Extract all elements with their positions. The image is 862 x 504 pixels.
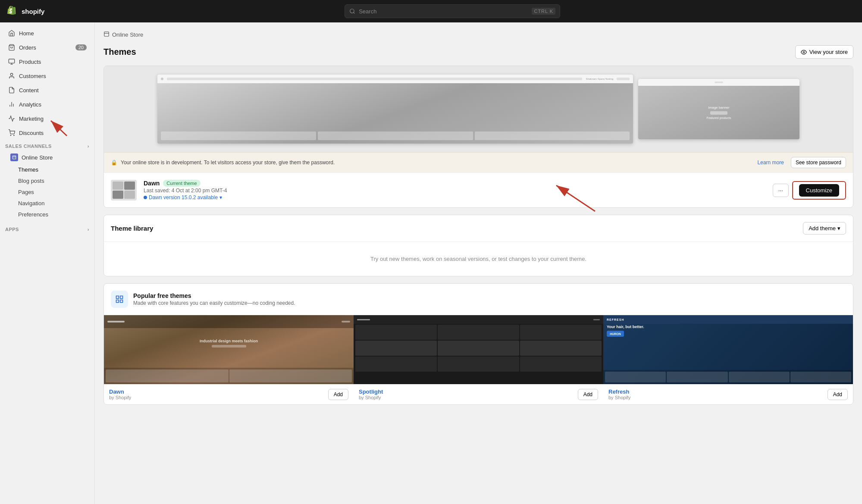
search-icon (349, 8, 355, 14)
sidebar-item-products[interactable]: Products (3, 55, 92, 69)
lock-icon: 🔒 (111, 160, 117, 166)
page-title: Themes (103, 47, 136, 57)
sidebar-sub-navigation[interactable]: Navigation (3, 198, 92, 209)
current-theme-badge: Current theme (163, 180, 200, 187)
add-refresh-button[interactable]: Add (828, 389, 848, 400)
layout: Home Orders 20 Products Customers Cont (0, 22, 862, 504)
theme-card-dawn: Industrial design meets fashion (104, 315, 354, 404)
mobile-preview: Image bannerFeatured products (638, 79, 799, 139)
svg-point-11 (14, 135, 14, 135)
sidebar-item-content[interactable]: Content (3, 83, 92, 97)
sidebar-label-home: Home (19, 30, 34, 37)
mobile-toolbar (638, 79, 799, 86)
analytics-icon (8, 100, 16, 108)
apps-expand-icon[interactable]: › (88, 227, 89, 232)
search-bar[interactable]: CTRL K (345, 4, 560, 18)
sidebar-label-navigation: Navigation (18, 200, 44, 207)
mobile-preview-content: Image bannerFeatured products (638, 86, 799, 139)
theme-name-row: Dawn Current theme (144, 180, 766, 187)
sidebar-label-analytics: Analytics (19, 101, 41, 108)
grid-icon (115, 295, 124, 304)
add-theme-label: Add theme (809, 225, 836, 232)
svg-point-14 (803, 51, 805, 53)
orders-icon (8, 44, 16, 51)
theme-last-saved: Last saved: 4 Oct at 2:00 pm GMT-4 (144, 188, 766, 194)
theme-version-text: Dawn version 15.0.2 available (149, 194, 218, 200)
theme-thumbnail (111, 180, 137, 200)
breadcrumb-icon (103, 31, 110, 38)
theme-card-spotlight: Spotlight by Shopify Add (354, 315, 603, 404)
sidebar-label-discounts: Discounts (19, 130, 44, 136)
refresh-mock: REFRESH Your hair, but better. HURON (603, 315, 853, 384)
view-store-button[interactable]: View your store (795, 45, 853, 59)
sidebar-label-blog-posts: Blog posts (18, 178, 44, 184)
search-shortcut: CTRL K (532, 8, 555, 15)
sidebar-item-analytics[interactable]: Analytics (3, 97, 92, 111)
refresh-theme-by: by Shopify (608, 395, 630, 400)
popular-themes-meta: Popular free themes Made with core featu… (133, 292, 295, 306)
popular-themes-icon (111, 291, 128, 308)
see-store-password-button[interactable]: See store password (791, 157, 846, 168)
popular-themes-subtitle: Made with core features you can easily c… (133, 300, 295, 306)
svg-rect-3 (9, 59, 14, 63)
sidebar-label-preferences: Preferences (18, 211, 48, 218)
content-icon (8, 86, 16, 94)
logo-text: shopify (22, 8, 44, 15)
theme-library-card: Theme library Add theme ▾ Try out new th… (103, 215, 853, 276)
theme-meta: Dawn Current theme Last saved: 4 Oct at … (144, 180, 766, 200)
home-icon (8, 29, 16, 37)
sidebar-item-marketing[interactable]: Marketing (3, 112, 92, 125)
topbar: shopify CTRL K (0, 0, 862, 22)
theme-library-title: Theme library (111, 225, 153, 232)
add-dawn-button[interactable]: Add (328, 389, 348, 400)
svg-rect-16 (120, 296, 123, 299)
theme-library-empty: Try out new themes, work on seasonal ver… (104, 241, 853, 276)
refresh-card-info: Refresh by Shopify (608, 388, 630, 400)
svg-line-1 (354, 13, 355, 14)
theme-actions: ··· Customize (773, 181, 846, 200)
sidebar-item-home[interactable]: Home (3, 26, 92, 40)
add-theme-button[interactable]: Add theme ▾ (803, 222, 846, 235)
refresh-theme-name: Refresh (608, 388, 630, 395)
theme-version[interactable]: Dawn version 15.0.2 available ▾ (144, 194, 766, 200)
search-input[interactable] (359, 8, 528, 15)
svg-rect-17 (120, 300, 123, 303)
desktop-preview: Shabnam Sparq Testing (157, 75, 633, 144)
blue-dot-icon (144, 196, 147, 199)
password-banner: 🔒 Your online store is in development. T… (104, 152, 853, 172)
sales-channels-expand-icon[interactable]: › (88, 144, 89, 149)
online-store-icon (10, 153, 18, 161)
refresh-card-footer: Refresh by Shopify Add (603, 384, 853, 404)
sidebar-item-online-store[interactable]: Online Store (3, 151, 92, 164)
sidebar-label-orders: Orders (19, 44, 36, 51)
sidebar-item-customers[interactable]: Customers (3, 69, 92, 83)
orders-badge: 20 (75, 44, 87, 50)
learn-more-link[interactable]: Learn more (758, 160, 784, 166)
sidebar-label-content: Content (19, 87, 39, 94)
sidebar-item-orders[interactable]: Orders 20 (3, 41, 92, 54)
shopify-logo: shopify (7, 5, 44, 17)
dawn-theme-by: by Shopify (109, 395, 131, 400)
add-spotlight-button[interactable]: Add (578, 389, 598, 400)
popular-themes-header: Popular free themes Made with core featu… (104, 284, 853, 315)
theme-card-refresh: REFRESH Your hair, but better. HURON (603, 315, 853, 404)
page-header: Themes View your store (103, 45, 853, 59)
toolbar-dot (161, 78, 163, 80)
dawn-theme-name: Dawn (109, 388, 131, 395)
theme-preview: Shabnam Sparq Testing (104, 66, 853, 152)
svg-rect-12 (13, 156, 16, 159)
sidebar-sub-pages[interactable]: Pages (3, 187, 92, 197)
sidebar-sub-preferences[interactable]: Preferences (3, 209, 92, 220)
sidebar-item-discounts[interactable]: Discounts (3, 126, 92, 140)
svg-rect-18 (116, 300, 119, 303)
sidebar-sub-blog-posts[interactable]: Blog posts (3, 175, 92, 186)
desktop-preview-image (157, 83, 633, 144)
dawn-mock: Industrial design meets fashion (104, 315, 354, 384)
customize-button[interactable]: Customize (799, 184, 839, 197)
sales-channels-label: Sales channels (5, 144, 52, 149)
more-options-button[interactable]: ··· (773, 184, 789, 197)
main-content: Online Store Themes View your store Shab… (95, 22, 862, 504)
sidebar-sub-themes[interactable]: Themes (3, 164, 92, 175)
discounts-icon (8, 129, 16, 137)
apps-label: Apps (5, 227, 19, 232)
